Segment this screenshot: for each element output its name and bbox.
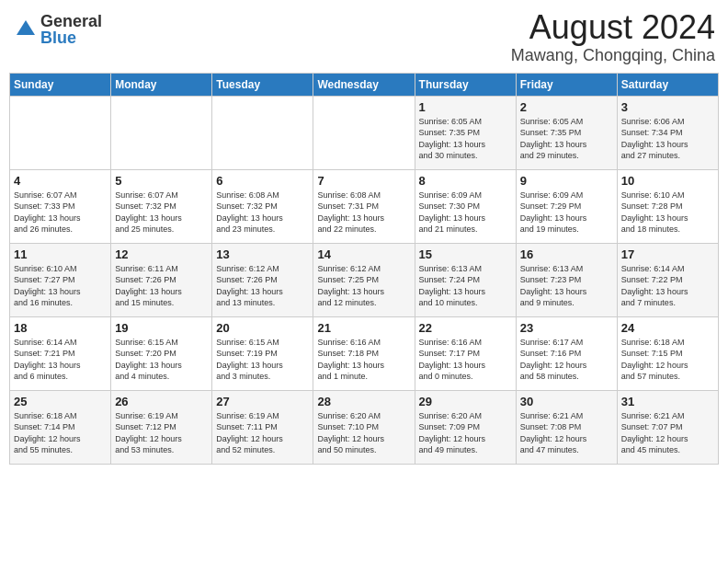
calendar-cell: 20Sunrise: 6:15 AM Sunset: 7:19 PM Dayli… (212, 316, 313, 390)
day-number: 18 (14, 321, 107, 335)
calendar-cell: 30Sunrise: 6:21 AM Sunset: 7:08 PM Dayli… (516, 390, 617, 464)
logo-blue: Blue (40, 29, 102, 46)
week-row-1: 1Sunrise: 6:05 AM Sunset: 7:35 PM Daylig… (10, 96, 719, 169)
day-number: 15 (419, 247, 512, 261)
day-info: Sunrise: 6:06 AM Sunset: 7:34 PM Dayligh… (621, 116, 714, 162)
day-number: 14 (317, 247, 410, 261)
day-number: 3 (621, 100, 714, 114)
day-info: Sunrise: 6:21 AM Sunset: 7:08 PM Dayligh… (520, 410, 613, 456)
day-number: 11 (14, 247, 107, 261)
day-number: 5 (115, 174, 208, 188)
day-info: Sunrise: 6:05 AM Sunset: 7:35 PM Dayligh… (520, 116, 613, 162)
logo-general: General (40, 13, 102, 29)
day-info: Sunrise: 6:09 AM Sunset: 7:30 PM Dayligh… (419, 190, 512, 236)
calendar-table: SundayMondayTuesdayWednesdayThursdayFrid… (9, 73, 719, 465)
week-row-4: 18Sunrise: 6:14 AM Sunset: 7:21 PM Dayli… (10, 316, 719, 390)
calendar-cell: 24Sunrise: 6:18 AM Sunset: 7:15 PM Dayli… (617, 316, 718, 390)
calendar-cell: 28Sunrise: 6:20 AM Sunset: 7:10 PM Dayli… (313, 390, 415, 464)
day-number: 29 (419, 395, 512, 408)
day-number: 27 (216, 395, 309, 408)
day-number: 24 (621, 321, 714, 335)
calendar-cell: 11Sunrise: 6:10 AM Sunset: 7:27 PM Dayli… (10, 243, 111, 316)
day-info: Sunrise: 6:17 AM Sunset: 7:16 PM Dayligh… (520, 337, 613, 383)
day-number: 16 (520, 247, 613, 261)
day-info: Sunrise: 6:16 AM Sunset: 7:18 PM Dayligh… (317, 337, 410, 383)
day-info: Sunrise: 6:09 AM Sunset: 7:29 PM Dayligh… (520, 190, 613, 236)
day-number: 6 (216, 174, 309, 188)
calendar-cell: 26Sunrise: 6:19 AM Sunset: 7:12 PM Dayli… (111, 390, 212, 464)
calendar-cell: 8Sunrise: 6:09 AM Sunset: 7:30 PM Daylig… (415, 169, 516, 243)
day-number: 23 (520, 321, 613, 335)
month-year-title: August 2024 (511, 9, 715, 46)
day-info: Sunrise: 6:16 AM Sunset: 7:17 PM Dayligh… (419, 337, 512, 383)
calendar-cell: 9Sunrise: 6:09 AM Sunset: 7:29 PM Daylig… (516, 169, 617, 243)
calendar-header: SundayMondayTuesdayWednesdayThursdayFrid… (10, 73, 719, 96)
day-info: Sunrise: 6:10 AM Sunset: 7:28 PM Dayligh… (621, 190, 714, 236)
week-row-2: 4Sunrise: 6:07 AM Sunset: 7:33 PM Daylig… (10, 169, 719, 243)
calendar-cell: 23Sunrise: 6:17 AM Sunset: 7:16 PM Dayli… (516, 316, 617, 390)
day-info: Sunrise: 6:15 AM Sunset: 7:20 PM Dayligh… (115, 337, 208, 383)
day-header-friday: Friday (516, 73, 617, 96)
calendar-cell: 29Sunrise: 6:20 AM Sunset: 7:09 PM Dayli… (415, 390, 516, 464)
day-number: 21 (317, 321, 410, 335)
day-info: Sunrise: 6:07 AM Sunset: 7:32 PM Dayligh… (115, 190, 208, 236)
day-number: 13 (216, 247, 309, 261)
day-number: 12 (115, 247, 208, 261)
day-number: 2 (520, 100, 613, 114)
day-info: Sunrise: 6:05 AM Sunset: 7:35 PM Dayligh… (419, 116, 512, 162)
day-info: Sunrise: 6:12 AM Sunset: 7:25 PM Dayligh… (317, 263, 410, 309)
calendar-cell: 10Sunrise: 6:10 AM Sunset: 7:28 PM Dayli… (617, 169, 718, 243)
day-info: Sunrise: 6:07 AM Sunset: 7:33 PM Dayligh… (14, 190, 107, 236)
calendar-cell: 22Sunrise: 6:16 AM Sunset: 7:17 PM Dayli… (415, 316, 516, 390)
day-info: Sunrise: 6:14 AM Sunset: 7:22 PM Dayligh… (621, 263, 714, 309)
day-info: Sunrise: 6:20 AM Sunset: 7:09 PM Dayligh… (419, 410, 512, 456)
day-number: 8 (419, 174, 512, 188)
day-header-sunday: Sunday (10, 73, 111, 96)
day-number: 25 (14, 395, 107, 408)
day-number: 22 (419, 321, 512, 335)
day-number: 26 (115, 395, 208, 408)
logo: General Blue (13, 13, 102, 46)
day-info: Sunrise: 6:14 AM Sunset: 7:21 PM Dayligh… (14, 337, 107, 383)
day-info: Sunrise: 6:15 AM Sunset: 7:19 PM Dayligh… (216, 337, 309, 383)
page-header: General Blue August 2024 Mawang, Chongqi… (9, 9, 719, 65)
calendar-cell: 3Sunrise: 6:06 AM Sunset: 7:34 PM Daylig… (617, 96, 718, 169)
calendar-cell: 7Sunrise: 6:08 AM Sunset: 7:31 PM Daylig… (313, 169, 415, 243)
calendar-cell: 19Sunrise: 6:15 AM Sunset: 7:20 PM Dayli… (111, 316, 212, 390)
calendar-body: 1Sunrise: 6:05 AM Sunset: 7:35 PM Daylig… (10, 96, 719, 464)
calendar-cell: 17Sunrise: 6:14 AM Sunset: 7:22 PM Dayli… (617, 243, 718, 316)
calendar-cell (10, 96, 111, 169)
day-info: Sunrise: 6:18 AM Sunset: 7:15 PM Dayligh… (621, 337, 714, 383)
day-number: 1 (419, 100, 512, 114)
day-info: Sunrise: 6:08 AM Sunset: 7:31 PM Dayligh… (317, 190, 410, 236)
day-info: Sunrise: 6:10 AM Sunset: 7:27 PM Dayligh… (14, 263, 107, 309)
calendar-cell: 5Sunrise: 6:07 AM Sunset: 7:32 PM Daylig… (111, 169, 212, 243)
day-info: Sunrise: 6:12 AM Sunset: 7:26 PM Dayligh… (216, 263, 309, 309)
logo-icon (13, 17, 39, 42)
day-header-wednesday: Wednesday (313, 73, 415, 96)
location-title: Mawang, Chongqing, China (511, 46, 715, 65)
day-number: 4 (14, 174, 107, 188)
calendar-cell: 13Sunrise: 6:12 AM Sunset: 7:26 PM Dayli… (212, 243, 313, 316)
calendar-cell: 6Sunrise: 6:08 AM Sunset: 7:32 PM Daylig… (212, 169, 313, 243)
day-info: Sunrise: 6:20 AM Sunset: 7:10 PM Dayligh… (317, 410, 410, 456)
calendar-cell: 25Sunrise: 6:18 AM Sunset: 7:14 PM Dayli… (10, 390, 111, 464)
day-number: 19 (115, 321, 208, 335)
calendar-cell: 16Sunrise: 6:13 AM Sunset: 7:23 PM Dayli… (516, 243, 617, 316)
day-number: 31 (621, 395, 714, 408)
day-info: Sunrise: 6:19 AM Sunset: 7:11 PM Dayligh… (216, 410, 309, 456)
calendar-cell: 2Sunrise: 6:05 AM Sunset: 7:35 PM Daylig… (516, 96, 617, 169)
logo-text: General Blue (40, 13, 102, 46)
title-block: August 2024 Mawang, Chongqing, China (511, 9, 715, 65)
calendar-cell (212, 96, 313, 169)
day-number: 17 (621, 247, 714, 261)
day-header-monday: Monday (111, 73, 212, 96)
day-info: Sunrise: 6:13 AM Sunset: 7:24 PM Dayligh… (419, 263, 512, 309)
calendar-cell: 14Sunrise: 6:12 AM Sunset: 7:25 PM Dayli… (313, 243, 415, 316)
day-header-thursday: Thursday (415, 73, 516, 96)
day-header-saturday: Saturday (617, 73, 718, 96)
calendar-cell: 4Sunrise: 6:07 AM Sunset: 7:33 PM Daylig… (10, 169, 111, 243)
day-number: 30 (520, 395, 613, 408)
calendar-cell: 18Sunrise: 6:14 AM Sunset: 7:21 PM Dayli… (10, 316, 111, 390)
day-number: 10 (621, 174, 714, 188)
